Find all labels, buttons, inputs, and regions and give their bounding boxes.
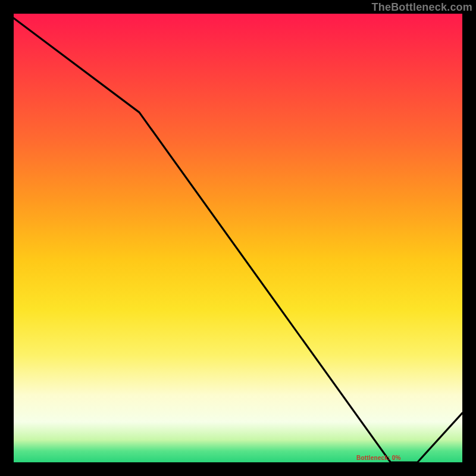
chart-line-layer xyxy=(14,14,462,462)
optimal-label: Bottleneck: 0% xyxy=(356,455,401,461)
bottleneck-curve xyxy=(14,18,462,463)
chart-frame: Bottleneck: 0% xyxy=(14,14,462,462)
watermark-text: TheBottleneck.com xyxy=(372,1,472,14)
